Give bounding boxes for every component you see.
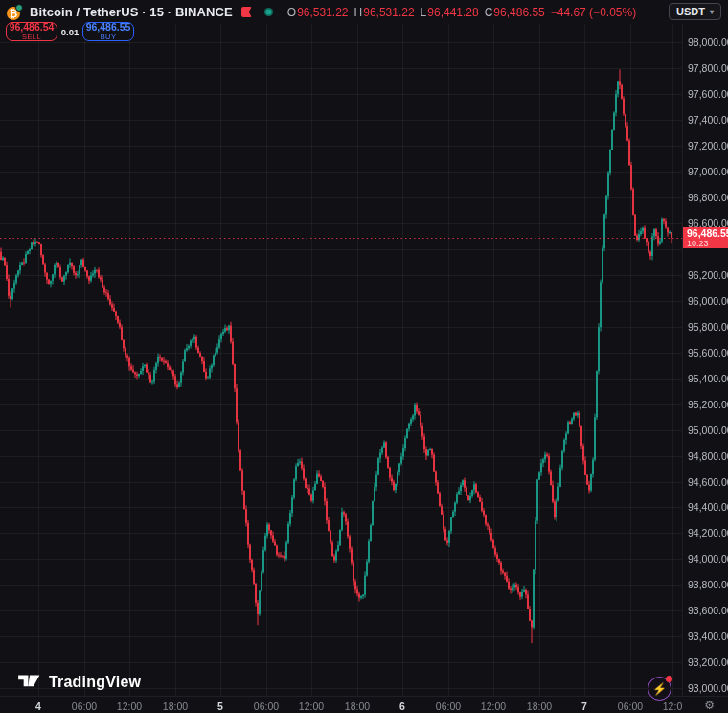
gear-icon[interactable]: ⚙ xyxy=(704,699,715,712)
trade-panel: 96,486.54 SELL 0.01 96,486.55 BUY xyxy=(6,22,134,41)
price-axis-label: 93,400.00 xyxy=(688,631,728,642)
price-axis-label: 95,800.00 xyxy=(688,321,728,333)
price-axis-label: 95,600.00 xyxy=(688,347,728,358)
time-axis-label: 18:00 xyxy=(345,701,370,712)
price-axis-label: 93,200.00 xyxy=(688,656,728,668)
price-axis-label: 94,600.00 xyxy=(688,476,728,488)
market-status-icon[interactable] xyxy=(264,8,273,16)
last-price-value: 96,486.55 xyxy=(687,228,728,239)
price-axis-label: 97,600.00 xyxy=(688,88,728,100)
chart-legend-bar: ₿ Bitcoin / TetherUS · 15 · BINANCE O96,… xyxy=(0,0,728,24)
candlestick-chart[interactable] xyxy=(0,0,728,713)
chart-type-candle-icon[interactable] xyxy=(241,7,252,17)
price-axis-label: 94,200.00 xyxy=(688,527,728,539)
price-axis-label: 97,800.00 xyxy=(688,62,728,74)
tradingview-mark-icon xyxy=(18,673,41,691)
price-axis-label: 93,600.00 xyxy=(688,605,728,616)
price-axis-label: 97,400.00 xyxy=(688,114,728,126)
price-axis-label: 94,400.00 xyxy=(688,501,728,513)
currency-dropdown-value: USDT xyxy=(676,6,705,17)
price-axis-label: 98,000.00 xyxy=(688,36,728,48)
time-axis-label: 06:00 xyxy=(254,701,279,712)
time-axis-day-label: 5 xyxy=(217,701,223,712)
spread-value: 0.01 xyxy=(57,27,82,37)
change-value: −44.67 (−0.05%) xyxy=(551,6,636,19)
buy-price: 96,486.55 xyxy=(86,22,131,33)
price-axis-label: 94,000.00 xyxy=(688,553,728,564)
price-axis-label: 95,400.00 xyxy=(688,373,728,384)
time-axis-label: 06:00 xyxy=(618,701,643,712)
time-axis-label: 18:00 xyxy=(527,701,552,712)
price-axis-label: 96,200.00 xyxy=(688,269,728,281)
price-axis-label: 95,000.00 xyxy=(688,425,728,436)
high-value: 96,531.22 xyxy=(363,6,414,19)
price-axis-label: 96,800.00 xyxy=(688,192,728,203)
time-axis-label: 12:00 xyxy=(117,701,142,712)
sell-price: 96,486.54 xyxy=(10,22,55,33)
time-axis-day-label: 4 xyxy=(35,701,41,712)
buy-button[interactable]: 96,486.55 BUY xyxy=(82,22,134,41)
close-label: C xyxy=(485,6,493,19)
time-axis[interactable]: ⚙ 406:0012:0018:00506:0012:0018:00606:00… xyxy=(0,696,728,713)
time-axis-label: 06:00 xyxy=(72,701,97,712)
price-axis-label: 95,200.00 xyxy=(688,399,728,410)
sell-label: SELL xyxy=(22,34,41,41)
time-axis-day-label: 6 xyxy=(399,701,405,712)
last-price-badge: 96,486.55 10:23 xyxy=(683,227,728,248)
pair-logo: ₿ xyxy=(7,4,23,20)
high-label: H xyxy=(354,6,363,19)
tradingview-logo-text: TradingView xyxy=(49,674,141,691)
lightning-icon: ⚡ xyxy=(652,682,667,696)
candle-countdown: 10:23 xyxy=(687,240,728,248)
chevron-down-icon: ▾ xyxy=(710,8,714,16)
price-axis-label: 94,800.00 xyxy=(688,450,728,462)
low-value: 96,441.28 xyxy=(427,6,478,19)
time-axis-label: 18:00 xyxy=(163,701,188,712)
buy-label: BUY xyxy=(101,34,117,41)
notification-dot xyxy=(666,676,672,682)
trading-chart-app: ₿ Bitcoin / TetherUS · 15 · BINANCE O96,… xyxy=(0,0,728,713)
price-axis-label: 96,000.00 xyxy=(688,295,728,307)
low-label: L xyxy=(421,6,427,19)
symbol-title[interactable]: Bitcoin / TetherUS · 15 · BINANCE xyxy=(30,5,233,19)
close-value: 96,486.55 xyxy=(493,6,544,19)
price-axis[interactable]: 98,000.0097,800.0097,600.0097,400.0097,2… xyxy=(682,24,728,696)
price-axis-label: 93,000.00 xyxy=(688,682,728,694)
time-axis-label: 12:00 xyxy=(481,701,506,712)
open-label: O xyxy=(287,6,296,19)
tether-icon xyxy=(15,4,23,12)
currency-dropdown[interactable]: USDT ▾ xyxy=(669,3,721,20)
time-axis-label: 06:00 xyxy=(436,701,461,712)
ohlc-readout: O96,531.22 H96,531.22 L96,441.28 C96,486… xyxy=(287,6,636,19)
price-axis-label: 97,200.00 xyxy=(688,140,728,151)
price-axis-label: 93,800.00 xyxy=(688,579,728,590)
price-axis-label: 97,000.00 xyxy=(688,166,728,177)
sell-button[interactable]: 96,486.54 SELL xyxy=(6,22,57,41)
open-value: 96,531.22 xyxy=(297,6,348,19)
boost-button[interactable]: ⚡ xyxy=(648,677,671,701)
time-axis-day-label: 7 xyxy=(581,701,587,712)
time-axis-label: 12:00 xyxy=(299,701,324,712)
time-axis-label: 12:0 xyxy=(663,701,682,712)
tradingview-logo[interactable]: TradingView xyxy=(18,673,141,691)
